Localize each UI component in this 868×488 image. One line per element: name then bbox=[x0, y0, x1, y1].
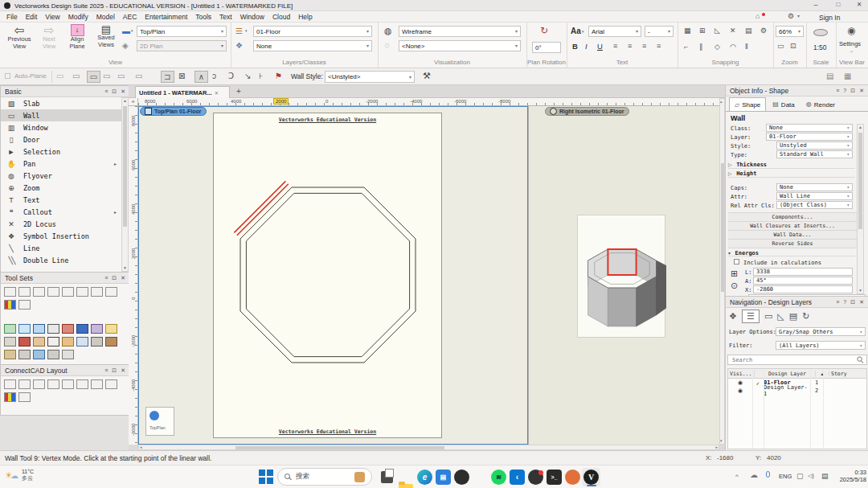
palette-close-icon[interactable]: ✕ bbox=[121, 88, 125, 95]
font-size-select[interactable]: - ▾ bbox=[645, 26, 674, 37]
scroll-up-icon[interactable]: ▲ bbox=[858, 125, 862, 129]
toolset-drop-icon[interactable] bbox=[18, 324, 31, 334]
scroll-up-icon[interactable]: ▲ bbox=[123, 99, 127, 103]
angle-input[interactable] bbox=[753, 277, 853, 285]
rectangle-mode-icon[interactable]: ⊠ bbox=[178, 72, 185, 80]
plan-rotation-input[interactable] bbox=[532, 42, 561, 53]
align-center-icon[interactable]: ≡ bbox=[628, 43, 632, 50]
scroll-down-icon[interactable]: ▼ bbox=[123, 266, 127, 270]
connectcad-icon[interactable] bbox=[47, 379, 59, 389]
toolset-capsule-icon[interactable] bbox=[4, 350, 16, 359]
wall-grid-icon[interactable]: ⊞ bbox=[731, 269, 738, 278]
tool-door[interactable]: ▯Door bbox=[1, 133, 121, 146]
wall-mode-left-icon[interactable]: ▭ bbox=[72, 72, 80, 80]
references-nav-icon[interactable]: ↻ bbox=[802, 312, 809, 321]
tray-chevron-icon[interactable]: ^ bbox=[735, 473, 739, 480]
snap-pause-icon[interactable]: ‖ bbox=[745, 43, 748, 51]
menu-entertainment[interactable]: Entertainment bbox=[145, 13, 187, 21]
palette-help-icon[interactable]: ? bbox=[843, 88, 846, 94]
menu-help[interactable]: Help bbox=[298, 13, 312, 21]
microphone-icon[interactable] bbox=[766, 471, 770, 478]
visibility-column-header[interactable]: Visi... bbox=[728, 371, 755, 377]
align-plane-button[interactable]: ↓ Align Plane bbox=[64, 24, 90, 50]
layer-search-input[interactable] bbox=[731, 356, 857, 364]
type-select[interactable]: Standard Wall▾ bbox=[776, 150, 853, 158]
angle-mode-icon[interactable]: ⊙ bbox=[731, 281, 738, 290]
view-mode-select[interactable]: Top/Plan ▾ bbox=[137, 26, 227, 37]
toolset-theater-icon[interactable] bbox=[18, 337, 31, 347]
maximize-button[interactable]: □ bbox=[833, 2, 844, 8]
viewports-nav-icon[interactable]: ◺ bbox=[777, 312, 784, 321]
toolset-icon[interactable] bbox=[4, 287, 16, 297]
arc-mode-icon[interactable]: ↄ bbox=[212, 72, 216, 80]
tab-render[interactable]: ◍ Render bbox=[801, 98, 840, 112]
parallel-snap-icon[interactable]: ∥ bbox=[699, 43, 703, 51]
palette-pin-icon[interactable]: ⊡ bbox=[850, 299, 855, 306]
attr-select[interactable]: Wall Line▾ bbox=[776, 192, 853, 200]
connectcad-icon[interactable] bbox=[105, 379, 117, 389]
connectcad-icon[interactable] bbox=[4, 379, 16, 389]
toolset-walls-icon[interactable] bbox=[4, 324, 16, 334]
italic-button[interactable]: I bbox=[585, 42, 588, 51]
menu-file[interactable]: File bbox=[6, 13, 18, 21]
object-snap-icon[interactable]: ⊞ bbox=[699, 27, 706, 35]
isometric-view-chip[interactable]: Right Isometric 01-Floor bbox=[545, 107, 629, 116]
background-render-select[interactable]: <None> ▾ bbox=[399, 40, 521, 51]
snapping-settings-icon[interactable]: ⚙ bbox=[760, 27, 767, 35]
render-mode-select[interactable]: Wireframe ▾ bbox=[399, 26, 521, 37]
view-orientation-widget[interactable]: TopPlan bbox=[145, 407, 174, 436]
wall-style-select[interactable]: <Unstyled> ▾ bbox=[325, 71, 415, 83]
object-info-scrollbar[interactable]: ▲ ▼ bbox=[857, 124, 864, 294]
palette-close-icon[interactable]: ✕ bbox=[859, 299, 864, 306]
toolset-door-icon[interactable] bbox=[47, 337, 59, 347]
wall-mode-center-icon[interactable]: ▭ bbox=[87, 71, 100, 83]
basic-palette-scrollbar[interactable]: ▲ ▼ bbox=[121, 97, 129, 272]
toolset-gear-icon[interactable] bbox=[62, 350, 74, 359]
battery-icon[interactable]: ▤ bbox=[821, 472, 829, 480]
thickness-disclosure[interactable]: ▷ Thickness bbox=[728, 160, 855, 169]
toolset-icon[interactable] bbox=[91, 287, 103, 297]
sheet-layers-nav-icon[interactable]: ▭ bbox=[764, 312, 772, 321]
tool-2d-locus[interactable]: ✕2D Locus bbox=[1, 218, 121, 230]
sign-in-link[interactable]: Sign In bbox=[819, 14, 840, 22]
palette-close-icon[interactable]: ✕ bbox=[121, 367, 125, 374]
taskbar-search[interactable]: 搜索 bbox=[277, 468, 372, 486]
menu-model[interactable]: Model bbox=[96, 13, 115, 21]
edge-snap-icon[interactable]: ▤ bbox=[745, 27, 752, 35]
visibility-eye-icon[interactable]: ◉ bbox=[728, 388, 752, 394]
task-view-button[interactable] bbox=[381, 471, 393, 483]
toolset-icon[interactable] bbox=[33, 287, 45, 297]
scroll-down-icon[interactable]: ▾ bbox=[720, 439, 723, 443]
toolset-building-icon[interactable] bbox=[62, 324, 74, 334]
tab-shape[interactable]: ▱ Shape bbox=[729, 97, 766, 112]
layer-row[interactable]: ◉ Design Layer-1 2 bbox=[728, 387, 866, 395]
app-icon-orange[interactable] bbox=[565, 470, 580, 485]
scroll-left-icon[interactable]: ◂ bbox=[140, 445, 142, 449]
palette-menu-icon[interactable]: ≡ bbox=[104, 275, 108, 281]
tool-text[interactable]: TText bbox=[1, 194, 121, 206]
scale-value[interactable]: 1:50 bbox=[813, 43, 827, 51]
point-mode-icon[interactable]: ⊦ bbox=[259, 72, 263, 80]
minimize-button[interactable]: – bbox=[810, 2, 821, 9]
length-input[interactable] bbox=[753, 268, 853, 276]
toolset-stage-icon[interactable] bbox=[18, 350, 31, 359]
toolset-icon[interactable] bbox=[18, 287, 31, 297]
rel-attr-select[interactable]: (Object Class)▾ bbox=[776, 201, 853, 209]
connectcad-icon[interactable] bbox=[18, 379, 31, 389]
polygon-mode-icon[interactable]: ⊐ bbox=[161, 71, 174, 83]
settings-menu-icon[interactable]: ⚙ bbox=[788, 13, 794, 20]
menu-tools[interactable]: Tools bbox=[195, 13, 211, 21]
design-layers-nav-icon[interactable]: ☰ bbox=[742, 310, 760, 323]
arc-mode-2-icon[interactable]: Ↄ bbox=[228, 72, 234, 80]
palette-menu-icon[interactable]: ≡ bbox=[836, 88, 839, 94]
include-calculations-checkbox[interactable] bbox=[734, 259, 739, 265]
font-select[interactable]: Arial ▾ bbox=[588, 26, 641, 37]
toolset-icon[interactable] bbox=[62, 287, 74, 297]
tablet-mode-icon[interactable]: ▢ bbox=[796, 472, 804, 480]
plan-mode-select[interactable]: 2D Plan ▾ bbox=[137, 40, 227, 51]
chevron-down-icon[interactable]: ▾ bbox=[131, 29, 133, 33]
wall-mode-right-icon[interactable]: ▭ bbox=[103, 72, 110, 80]
toolset-monitor-icon[interactable] bbox=[76, 324, 88, 334]
wall-direction-flag-icon[interactable]: ⚑ bbox=[275, 72, 282, 80]
align-right-icon[interactable]: ≡ bbox=[642, 43, 646, 50]
